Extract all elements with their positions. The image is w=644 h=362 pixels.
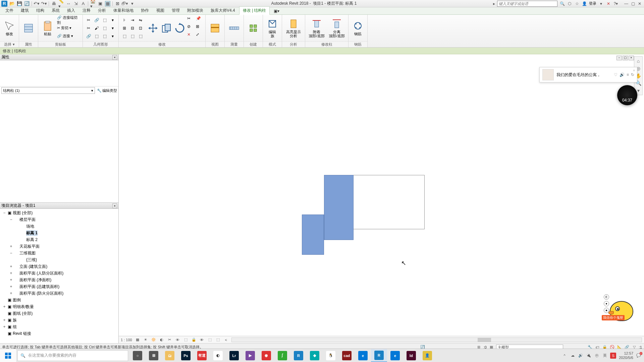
recording-timer-widget[interactable]: 04:37 bbox=[617, 85, 637, 105]
edit-family-button[interactable]: 编辑 族 bbox=[265, 16, 280, 40]
ime-icon[interactable]: ㊥ bbox=[594, 353, 599, 358]
infocenter-search-icon[interactable]: 🔍 bbox=[559, 1, 565, 6]
tree-item[interactable]: +立面 (建筑立面) bbox=[0, 263, 118, 270]
shadows-icon[interactable]: ◐ bbox=[159, 337, 164, 343]
qat-align-icon[interactable]: ⇲ bbox=[73, 1, 78, 6]
tool-icon[interactable]: 🔗 bbox=[85, 33, 92, 40]
tree-item[interactable]: 标高 1 bbox=[0, 230, 118, 236]
qat-3d-icon[interactable]: 🏠▾ bbox=[90, 1, 96, 6]
join-button[interactable]: 🔗 连接 ▾ bbox=[56, 33, 80, 40]
tree-item[interactable]: +▣族 bbox=[0, 317, 118, 323]
tree-expander-icon[interactable]: − bbox=[9, 217, 13, 222]
align-icon[interactable]: ⊦ bbox=[121, 16, 128, 24]
ribbon-tab[interactable]: 文件 bbox=[2, 7, 17, 14]
signin-icon[interactable]: 👤 bbox=[582, 1, 587, 6]
mirror-icon[interactable]: ⇋ bbox=[137, 16, 144, 24]
tool-icon[interactable]: ⬚ bbox=[129, 33, 136, 40]
taskbar-app-taskview[interactable]: ⊞ bbox=[146, 349, 162, 362]
horizontal-scrollbar[interactable] bbox=[231, 338, 642, 342]
ribbon-tab[interactable]: 注释 bbox=[79, 7, 94, 14]
desktop-pet-widget[interactable]: E ● ★ 我信你个鬼呀 bbox=[603, 294, 637, 321]
ribbon-tab[interactable]: 族库大师V4.4 bbox=[207, 7, 238, 14]
rotate-button[interactable] bbox=[174, 16, 186, 40]
nav-home-icon[interactable]: ⌂ bbox=[635, 58, 642, 64]
qat-custom-icon[interactable]: ▾ bbox=[129, 1, 135, 6]
qat-sync-icon[interactable]: 🔄 bbox=[24, 1, 30, 6]
qat-save-icon[interactable]: 💾 bbox=[17, 1, 22, 6]
delete-icon[interactable]: ✕ bbox=[187, 32, 195, 40]
tool-icon[interactable]: ✂ bbox=[85, 24, 92, 32]
media-now-playing-widget[interactable]: × 我们的爱在毛坯的公寓， ♡ 🔊 ≡ ↻ bbox=[539, 67, 637, 82]
tray-volume-icon[interactable]: 🔊 bbox=[578, 353, 583, 358]
ribbon-tab[interactable]: 修改 | 结构柱 bbox=[239, 6, 270, 15]
close-button[interactable]: ✕ bbox=[637, 1, 643, 6]
pet-control-e[interactable]: E bbox=[604, 294, 609, 300]
qat-switch-icon[interactable]: 🗗▾ bbox=[122, 1, 127, 6]
tree-item[interactable]: +面积平面 (总建筑面积) bbox=[0, 283, 118, 290]
create-button[interactable] bbox=[246, 16, 261, 40]
properties-close-icon[interactable]: × bbox=[112, 55, 117, 60]
favorite-icon[interactable]: ☆ bbox=[574, 1, 580, 6]
cope-button[interactable]: 🔗 连接端切割 bbox=[56, 16, 80, 24]
tree-item[interactable]: +面积平面 (净面积) bbox=[0, 277, 118, 283]
attach-top-base-button[interactable]: 附着 顶部/底部 bbox=[307, 16, 326, 40]
scale-label[interactable]: 1 : 100 bbox=[121, 338, 132, 342]
qat-sheet-icon[interactable]: ▦ bbox=[105, 1, 110, 6]
signin-dropdown-icon[interactable]: ▾ bbox=[598, 1, 604, 6]
widget-close-icon[interactable]: × bbox=[633, 69, 635, 72]
hide-isolate-icon[interactable]: ⬚ bbox=[183, 337, 189, 343]
tool-icon[interactable]: ⬚ bbox=[101, 33, 108, 40]
search-arrow-icon[interactable]: ▸ bbox=[493, 1, 495, 6]
tree-expander-icon[interactable]: + bbox=[9, 264, 13, 269]
view-button[interactable] bbox=[208, 16, 222, 40]
ribbon-tab[interactable]: 分析 bbox=[95, 7, 109, 14]
ribbon-tab[interactable]: 视图 bbox=[153, 7, 168, 14]
paste-button[interactable]: 粘贴 bbox=[40, 16, 55, 40]
ribbon-tab[interactable]: 结构 bbox=[33, 7, 48, 14]
visual-style-icon[interactable]: ☀ bbox=[143, 337, 148, 343]
tool-icon[interactable]: ▾ bbox=[109, 16, 116, 24]
split-icon[interactable]: ⊘ bbox=[187, 24, 195, 32]
taskbar-app-explorer[interactable]: 🗂 bbox=[162, 349, 178, 362]
repeat-icon[interactable]: ↻ bbox=[631, 72, 634, 77]
tool-icon[interactable]: 🖌 bbox=[93, 24, 100, 32]
taskbar-app-green[interactable]: ʃ bbox=[274, 349, 290, 362]
column-element-selected-2[interactable] bbox=[302, 215, 324, 255]
browser-tree[interactable]: −▣视图 (全部)−楼层平面场地标高 1标高 2+天花板平面−三维视图{三维}+… bbox=[0, 209, 118, 343]
trim-icon[interactable]: ✂ bbox=[187, 16, 195, 23]
tree-item[interactable]: +▣明细表/数量 bbox=[0, 303, 118, 310]
qat-print-icon[interactable]: 🖶 bbox=[51, 1, 56, 6]
tool-icon[interactable]: 🔗 bbox=[93, 16, 100, 24]
tree-item[interactable]: +天花板平面 bbox=[0, 243, 118, 250]
tool-icon[interactable]: ⬚ bbox=[101, 24, 108, 32]
qat-undo-icon[interactable]: ↶▾ bbox=[34, 1, 39, 6]
detail-level-icon[interactable]: ▦ bbox=[135, 337, 140, 343]
tree-item[interactable]: 标高 2 bbox=[0, 236, 118, 243]
ribbon-tab[interactable]: 建筑 bbox=[17, 7, 32, 14]
start-button[interactable] bbox=[0, 349, 16, 362]
tool-icon[interactable]: ⬚ bbox=[93, 33, 100, 40]
help-icon[interactable]: ?▾ bbox=[613, 1, 619, 6]
taskbar-app-lr[interactable]: Lr bbox=[226, 349, 242, 362]
ime-lang-icon[interactable]: 英 bbox=[602, 353, 607, 358]
taskbar-app-ps[interactable]: Ps bbox=[178, 349, 194, 362]
measure-button[interactable] bbox=[227, 16, 241, 40]
scroll-left-icon[interactable]: < bbox=[223, 337, 229, 343]
tray-overflow-icon[interactable]: ^ bbox=[562, 353, 567, 358]
pin-icon[interactable]: 📌 bbox=[196, 16, 203, 23]
tool-icon[interactable]: ⊞ bbox=[121, 24, 128, 32]
tree-expander-icon[interactable]: + bbox=[9, 271, 13, 276]
ribbon-tab[interactable]: 插入 bbox=[64, 7, 78, 14]
tree-expander-icon[interactable]: + bbox=[2, 324, 7, 329]
tree-expander-icon[interactable]: + bbox=[9, 291, 13, 296]
detach-top-base-button[interactable]: 分离 顶部/底部 bbox=[327, 16, 346, 40]
minimize-button[interactable]: — bbox=[623, 1, 629, 6]
drawing-canvas[interactable]: − ▢ × ↖ ⌂ ◎ ✋ 🔍 ▾ 1 : 100 ▦ ☀ 🔆 ◐ ✂ 👁 ⬚ bbox=[119, 54, 644, 343]
crop-visible-icon[interactable]: 👁 bbox=[175, 337, 180, 343]
taskbar-app-qq[interactable]: 🐧 bbox=[323, 349, 339, 362]
ribbon-tab-end[interactable]: ▣▾ bbox=[270, 8, 283, 14]
browser-close-icon[interactable]: × bbox=[112, 203, 117, 208]
qat-text-icon[interactable]: A bbox=[80, 1, 86, 6]
ribbon-tab[interactable]: 协作 bbox=[138, 7, 152, 14]
taskbar-app-media[interactable]: ▶ bbox=[242, 349, 258, 362]
